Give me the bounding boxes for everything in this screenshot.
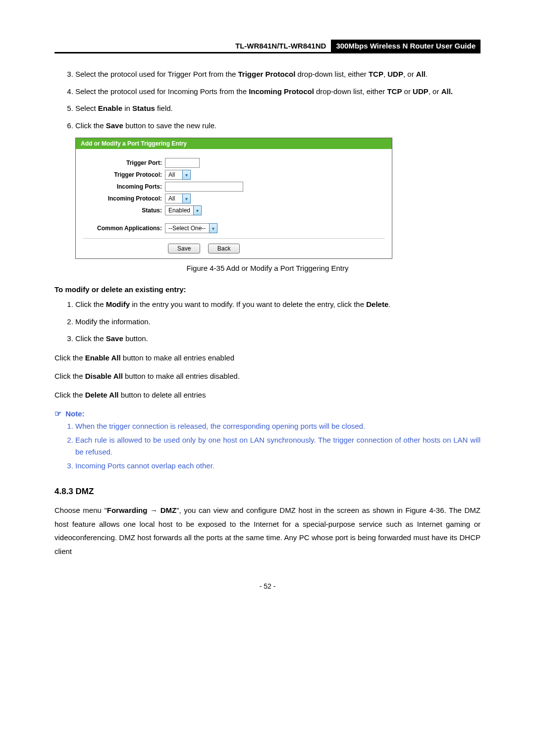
text: Modify the information. — [75, 317, 151, 326]
text: in — [122, 104, 132, 112]
figure-body: Trigger Port: Trigger Protocol: All▾ Inc… — [76, 149, 392, 258]
subheading-modify: To modify or delete an existing entry: — [54, 285, 481, 294]
note-label-text: Note: — [65, 409, 84, 418]
text-bold: Save — [106, 121, 123, 130]
text: drop-down list, either — [314, 87, 387, 96]
text-bold: Delete All — [85, 391, 119, 399]
text-bold: UDP — [413, 87, 428, 96]
text: button to make all entries disabled. — [123, 372, 240, 380]
text: Select — [75, 104, 98, 112]
chevron-down-icon[interactable]: ▾ — [209, 223, 217, 233]
document-page: TL-WR841N/TL-WR841ND 300Mbps Wireless N … — [0, 0, 535, 610]
text-bold: All — [416, 70, 426, 78]
label-trigger-protocol: Trigger Protocol: — [83, 171, 165, 178]
text-bold: UDP — [387, 70, 403, 78]
figure-caption: Figure 4-35 Add or Modify a Port Trigger… — [54, 264, 481, 272]
step-item: Select the protocol used for Incoming Po… — [75, 85, 481, 99]
text: field. — [155, 104, 173, 112]
common-apps-select[interactable]: --Select One-- — [165, 223, 210, 233]
text-bold: Enable All — [85, 353, 121, 362]
text: Click the — [54, 353, 85, 362]
row-status: Status: Enabled▾ — [83, 205, 385, 215]
text: Select the protocol used for Trigger Por… — [75, 70, 238, 78]
text: , or — [403, 70, 416, 78]
text: . — [426, 70, 428, 78]
text: . — [388, 300, 390, 308]
step-item: Modify the information. — [75, 315, 481, 329]
save-button[interactable]: Save — [168, 244, 200, 253]
page-header: TL-WR841N/TL-WR841ND 300Mbps Wireless N … — [54, 40, 481, 53]
figure-title-bar: Add or Modify a Port Triggering Entry — [76, 138, 392, 149]
label-incoming-protocol: Incoming Protocol: — [83, 195, 165, 202]
label-status: Status: — [83, 207, 165, 214]
step-item: Click the Save button. — [75, 332, 481, 346]
note-item: Each rule is allowed to be used only by … — [75, 434, 481, 458]
steps-list-b: Click the Modify in the entry you want t… — [54, 298, 481, 346]
para-disable-all: Click the Disable All button to make all… — [54, 369, 481, 383]
text-bold: Modify — [106, 300, 130, 308]
text: button. — [123, 334, 148, 343]
text-bold: Forwarding — [107, 506, 148, 514]
status-select[interactable]: Enabled — [165, 205, 194, 215]
note-list: When the trigger connection is released,… — [54, 420, 481, 472]
header-model: TL-WR841N/TL-WR841ND — [235, 40, 331, 52]
text-bold: Incoming Protocol — [249, 87, 314, 96]
text: button to make all entries enabled — [121, 353, 234, 362]
text-bold: Enable — [98, 104, 122, 112]
text-bold: All. — [441, 87, 453, 96]
incoming-protocol-select[interactable]: All — [165, 194, 183, 203]
incoming-ports-input[interactable] — [165, 182, 243, 192]
para-enable-all: Click the Enable All button to make all … — [54, 351, 481, 365]
label-trigger-port: Trigger Port: — [83, 159, 165, 166]
trigger-port-input[interactable] — [165, 158, 200, 168]
text: Click the — [75, 300, 106, 308]
figure-frame: Add or Modify a Port Triggering Entry Tr… — [75, 138, 392, 259]
header-guide-title: 300Mbps Wireless N Router User Guide — [331, 40, 481, 52]
figure-button-bar: Save Back — [83, 238, 385, 253]
text: Click the — [54, 391, 85, 399]
chevron-down-icon[interactable]: ▾ — [193, 205, 202, 215]
figure-4-35: Add or Modify a Port Triggering Entry Tr… — [75, 138, 481, 259]
text-bold: Delete — [366, 300, 388, 308]
row-trigger-protocol: Trigger Protocol: All▾ — [83, 170, 385, 180]
trigger-protocol-select[interactable]: All — [165, 170, 183, 180]
text-bold: Status — [132, 104, 155, 112]
text: Choose menu " — [54, 506, 107, 514]
text: , or — [428, 87, 441, 96]
text: Click the — [75, 334, 106, 343]
label-incoming-ports: Incoming Ports: — [83, 183, 165, 190]
row-common-apps: Common Applications: --Select One--▾ — [83, 223, 385, 233]
para-delete-all: Click the Delete All button to delete al… — [54, 388, 481, 402]
row-trigger-port: Trigger Port: — [83, 158, 385, 168]
row-incoming-protocol: Incoming Protocol: All▾ — [83, 194, 385, 203]
step-item: Select Enable in Status field. — [75, 101, 481, 116]
chevron-down-icon[interactable]: ▾ — [182, 194, 191, 203]
page-number: - 52 - — [54, 582, 481, 590]
hand-point-icon: ☞ — [54, 409, 61, 418]
text: button to save the new rule. — [123, 121, 216, 130]
text-bold: Disable All — [85, 372, 123, 380]
text-bold: TCP — [369, 70, 383, 78]
arrow-right-icon: → — [147, 506, 160, 514]
text: or — [402, 87, 413, 96]
text: Select the protocol used for Incoming Po… — [75, 87, 249, 96]
row-incoming-ports: Incoming Ports: — [83, 182, 385, 192]
text: button to delete all entries — [119, 391, 206, 399]
text-bold: TCP — [387, 87, 402, 96]
note-item: When the trigger connection is released,… — [75, 420, 481, 432]
step-item: Click the Modify in the entry you want t… — [75, 298, 481, 312]
text-bold: Trigger Protocol — [238, 70, 296, 78]
note-item: Incoming Ports cannot overlap each other… — [75, 460, 481, 472]
back-button[interactable]: Back — [208, 244, 240, 253]
text: Click the — [75, 121, 106, 130]
label-common-apps: Common Applications: — [83, 225, 165, 232]
text: in the entry you want to modify. If you … — [130, 300, 366, 308]
text-bold: DMZ — [160, 506, 177, 514]
note-heading: ☞ Note: — [54, 409, 481, 418]
steps-list-a: Select the protocol used for Trigger Por… — [54, 67, 481, 133]
section-heading-dmz: 4.8.3 DMZ — [54, 487, 481, 497]
para-dmz: Choose menu "Forwarding → DMZ", you can … — [54, 504, 481, 558]
text: Click the — [54, 372, 85, 380]
chevron-down-icon[interactable]: ▾ — [182, 170, 191, 180]
step-item: Select the protocol used for Trigger Por… — [75, 67, 481, 82]
